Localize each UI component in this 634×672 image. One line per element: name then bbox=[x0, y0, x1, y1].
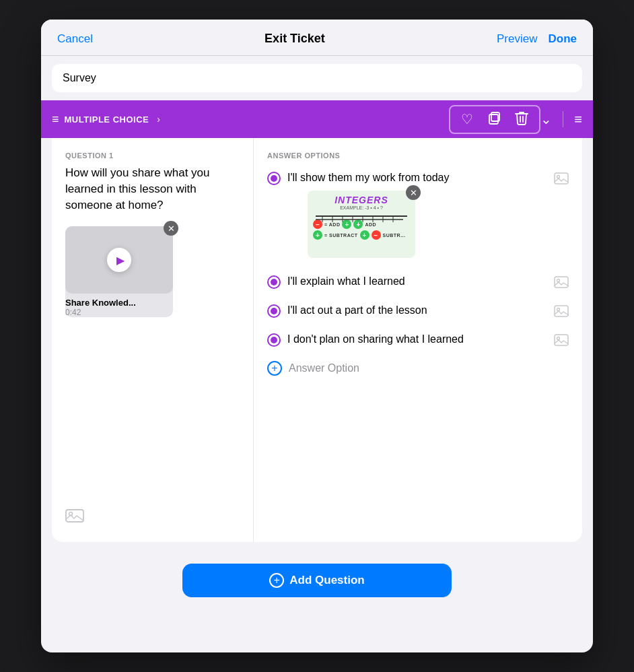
question-left-panel: QUESTION 1 How will you share what you l… bbox=[52, 138, 254, 542]
done-button[interactable]: Done bbox=[548, 32, 577, 46]
answer-options-label: ANSWER OPTIONS bbox=[267, 152, 569, 160]
video-remove-button[interactable]: ✕ bbox=[164, 221, 178, 236]
answer-option-3: I'll act out a part of the lesson bbox=[267, 303, 569, 321]
list-icon: ≡ bbox=[52, 112, 59, 127]
svg-rect-17 bbox=[555, 306, 568, 316]
svg-rect-2 bbox=[66, 510, 83, 522]
toolbar-action-icons: ♡ bbox=[449, 105, 540, 134]
radio-option-4[interactable] bbox=[267, 333, 281, 347]
add-question-plus-icon: + bbox=[269, 573, 284, 588]
add-media-option-4[interactable] bbox=[554, 333, 569, 350]
survey-input[interactable] bbox=[52, 64, 582, 92]
integers-title: INTEGERS bbox=[334, 195, 388, 205]
add-media-option-1[interactable] bbox=[554, 172, 569, 189]
bottom-bar: + Add Question bbox=[41, 553, 593, 608]
number-line bbox=[316, 215, 408, 217]
play-button[interactable]: ▶ bbox=[107, 248, 131, 272]
image-remove-button[interactable]: ✕ bbox=[406, 185, 421, 200]
add-answer-option[interactable]: + Answer Option bbox=[267, 361, 569, 376]
video-label: Share Knowled... bbox=[65, 298, 173, 308]
question-right-panel: ANSWER OPTIONS I'll show them my work fr… bbox=[254, 138, 582, 542]
collapse-chevron-icon[interactable]: ⌄ bbox=[540, 111, 552, 127]
radio-option-3[interactable] bbox=[267, 304, 281, 318]
minus-icon-2: − bbox=[372, 230, 381, 240]
integers-graphic: INTEGERS EXAMPLE: -3 • 4 • ? bbox=[308, 191, 415, 258]
question-toolbar: ≡ MULTIPLE CHOICE › ♡ ⌄ ≡ bbox=[41, 100, 593, 138]
favorite-button[interactable]: ♡ bbox=[461, 111, 473, 127]
radio-option-2[interactable] bbox=[267, 275, 281, 289]
add-media-option-2[interactable] bbox=[554, 275, 569, 292]
svg-rect-13 bbox=[555, 173, 568, 184]
answer-option-2: I'll explain what I learned bbox=[267, 274, 569, 292]
svg-rect-0 bbox=[489, 114, 498, 124]
svg-rect-19 bbox=[555, 335, 568, 345]
plus-icon-4: + bbox=[360, 230, 369, 240]
question-text: How will you share what you learned in t… bbox=[65, 165, 240, 213]
question-number: QUESTION 1 bbox=[65, 152, 240, 160]
toolbar-divider bbox=[563, 111, 563, 127]
video-thumbnail: ▶ ✕ Share Knowled... 0:42 bbox=[65, 226, 173, 317]
answer-image-1: INTEGERS EXAMPLE: -3 • 4 • ? bbox=[308, 191, 415, 258]
toolbar-type-section[interactable]: ≡ MULTIPLE CHOICE › bbox=[52, 112, 449, 127]
svg-point-20 bbox=[557, 337, 560, 340]
add-option-circle-icon: + bbox=[267, 361, 282, 376]
svg-rect-15 bbox=[555, 277, 568, 288]
add-question-label: Add Question bbox=[289, 574, 364, 587]
svg-point-14 bbox=[557, 176, 560, 178]
type-chevron-right-icon: › bbox=[157, 114, 160, 125]
copy-button[interactable] bbox=[487, 110, 501, 129]
trash-button[interactable] bbox=[515, 110, 528, 129]
svg-point-18 bbox=[557, 308, 560, 311]
svg-point-16 bbox=[557, 279, 560, 282]
add-media-option-3[interactable] bbox=[554, 304, 569, 321]
plus-icon-3: + bbox=[313, 230, 322, 240]
video-duration: 0:42 bbox=[65, 308, 173, 317]
answer-option-1: I'll show them my work from today INTEGE… bbox=[267, 170, 569, 263]
page-title: Exit Ticket bbox=[265, 32, 325, 46]
answer-text-1: I'll show them my work from today bbox=[287, 172, 449, 183]
video-preview[interactable]: ▶ bbox=[65, 226, 173, 294]
header-right-actions: Preview Done bbox=[497, 32, 577, 46]
toolbar-right-controls: ⌄ ≡ bbox=[540, 111, 582, 127]
answer-text-4: I don't plan on sharing what I learned bbox=[287, 332, 547, 347]
preview-button[interactable]: Preview bbox=[497, 32, 537, 46]
radio-option-1[interactable] bbox=[267, 172, 281, 185]
integers-subtitle: EXAMPLE: -3 • 4 • ? bbox=[340, 205, 383, 210]
answer-image-container-1: INTEGERS EXAMPLE: -3 • 4 • ? bbox=[308, 191, 415, 258]
modal-container: Cancel Exit Ticket Preview Done ≡ MULTIP… bbox=[41, 20, 593, 652]
question-type-label: MULTIPLE CHOICE bbox=[65, 114, 149, 125]
answer-text-2: I'll explain what I learned bbox=[287, 274, 547, 289]
add-answer-label: Answer Option bbox=[289, 362, 359, 374]
add-question-button[interactable]: + Add Question bbox=[182, 564, 452, 597]
add-media-button[interactable] bbox=[65, 508, 84, 528]
question-card: QUESTION 1 How will you share what you l… bbox=[52, 138, 582, 542]
play-icon: ▶ bbox=[116, 254, 125, 267]
header: Cancel Exit Ticket Preview Done bbox=[41, 20, 593, 56]
survey-row bbox=[41, 56, 593, 100]
cancel-button[interactable]: Cancel bbox=[57, 32, 93, 46]
answer-option-4: I don't plan on sharing what I learned bbox=[267, 332, 569, 350]
menu-icon[interactable]: ≡ bbox=[574, 112, 582, 127]
answer-text-3: I'll act out a part of the lesson bbox=[287, 303, 547, 318]
